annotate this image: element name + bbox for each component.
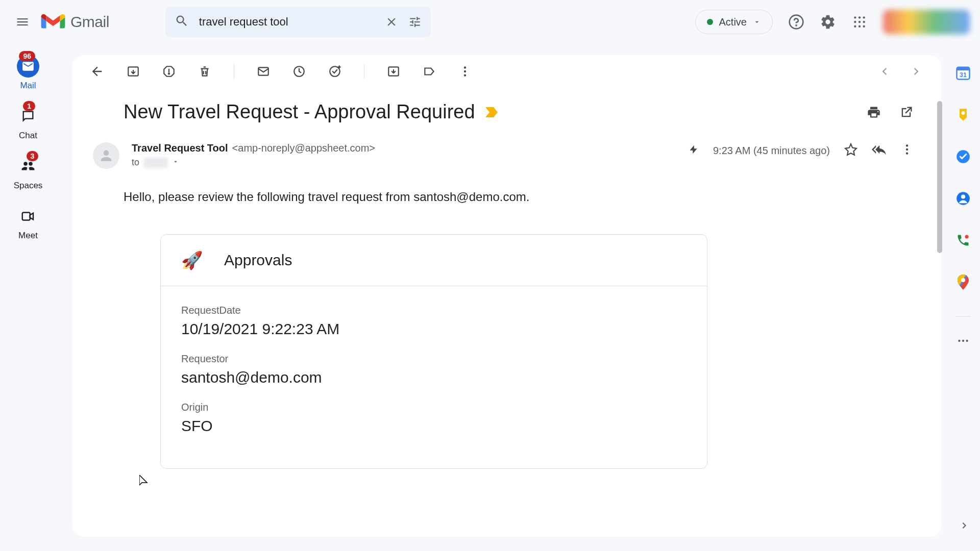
field-value: santosh@demo.com [181,369,687,386]
support-button[interactable] [788,14,804,30]
delete-button[interactable] [198,65,211,78]
svg-point-25 [906,148,908,151]
sender-meta: 9:23 AM (45 minutes ago) [689,142,914,159]
side-contacts-button[interactable] [955,191,971,206]
svg-point-21 [464,70,466,72]
side-tasks-button[interactable] [955,149,971,164]
snooze-button[interactable] [292,65,306,78]
sender-avatar[interactable] [93,142,119,169]
open-new-window-button[interactable] [899,105,914,119]
caret-down-icon [753,18,761,26]
google-apps-button[interactable] [851,14,868,30]
star-button[interactable] [844,143,857,158]
approvals-card: 🚀 Approvals RequestDate 10/19/2021 9:22:… [160,234,707,469]
rail-meet[interactable]: Meet [17,205,39,241]
back-button[interactable] [90,64,104,79]
tune-icon [408,15,422,29]
meet-icon [20,209,36,224]
svg-point-24 [906,144,908,146]
clear-search-button[interactable] [385,15,398,29]
move-to-button[interactable] [387,65,400,78]
svg-point-35 [961,278,965,282]
add-to-tasks-button[interactable] [328,65,341,78]
search-icon[interactable] [175,14,189,30]
svg-point-2 [854,16,856,18]
field-label: RequestDate [181,305,687,316]
side-voice-button[interactable] [955,233,971,248]
archive-button[interactable] [127,65,140,78]
more-vert-icon [900,143,914,156]
settings-button[interactable] [820,14,836,30]
email-time: 9:23 AM (45 minutes ago) [713,145,830,157]
search-options-button[interactable] [408,15,422,29]
svg-point-4 [863,16,865,18]
search-bar[interactable] [165,7,431,37]
status-chip[interactable]: Active [695,10,773,34]
side-panel-toggle[interactable] [959,519,971,534]
more-button[interactable] [458,65,472,78]
svg-point-26 [906,152,908,154]
more-vert-icon [458,65,472,78]
older-button[interactable] [877,64,891,79]
more-horiz-icon [957,334,970,347]
header-right: Active [695,10,970,34]
help-icon [788,14,804,30]
message-more-button[interactable] [900,143,914,158]
account-area-blurred[interactable] [883,10,970,34]
spam-button[interactable] [162,65,176,78]
labels-button[interactable] [423,65,436,78]
svg-point-18 [330,66,340,77]
chevron-right-icon [910,64,924,79]
spaces-badge: 3 [27,151,39,161]
important-marker-icon[interactable] [485,107,498,118]
chevron-right-icon [959,519,971,532]
subject-row: New Travel Request - Approval Required [72,88,941,133]
rail-mail-label: Mail [20,81,36,91]
archive-icon [127,65,140,78]
field-label: Origin [181,402,687,413]
sender-row: Travel Request Tool <amp-noreply@appshee… [72,133,941,169]
svg-point-6 [859,21,861,23]
clock-icon [292,65,306,78]
message-toolbar [72,55,941,88]
caret-down-icon [172,158,179,165]
person-icon [98,147,114,164]
svg-point-8 [854,26,856,28]
search-input[interactable] [199,15,375,29]
close-icon [385,15,398,29]
apps-grid-icon [853,15,866,29]
print-button[interactable] [867,105,881,119]
rail-mail[interactable]: 96 Mail [17,55,39,91]
svg-rect-28 [957,67,970,70]
side-addons-button[interactable] [955,333,971,348]
side-divider [955,316,971,317]
scrollbar-thumb[interactable] [937,101,942,253]
rail-chat[interactable]: 1 Chat [17,105,39,141]
chevron-left-icon [877,64,891,79]
side-calendar-button[interactable]: 31 [955,65,971,81]
svg-point-7 [863,21,865,23]
side-keep-button[interactable] [955,107,971,122]
side-maps-button[interactable] [955,274,971,290]
mark-unread-button[interactable] [257,65,270,78]
newer-button[interactable] [910,64,924,79]
gmail-wordmark: Gmail [70,13,109,31]
svg-text:31: 31 [960,71,967,79]
keep-icon [956,108,970,122]
rail-spaces[interactable]: 3 Spaces [14,155,43,191]
reply-button[interactable] [872,142,886,159]
calendar-icon: 31 [955,65,971,81]
show-details-button[interactable] [172,158,179,167]
arrow-left-icon [90,64,104,79]
field-origin: Origin SFO [181,402,687,435]
reply-all-icon [872,142,886,157]
main-menu-button[interactable] [10,10,35,34]
app-rail: 96 Mail 1 Chat 3 Spaces Meet [0,51,56,241]
email-body-intro: Hello, please review the following trave… [72,169,941,206]
gmail-logo[interactable]: Gmail [41,13,109,31]
svg-point-33 [961,194,965,198]
status-label: Active [719,16,747,28]
field-request-date: RequestDate 10/19/2021 9:22:23 AM [181,305,687,338]
sender-name: Travel Request Tool [132,142,228,154]
hamburger-icon [15,15,30,29]
